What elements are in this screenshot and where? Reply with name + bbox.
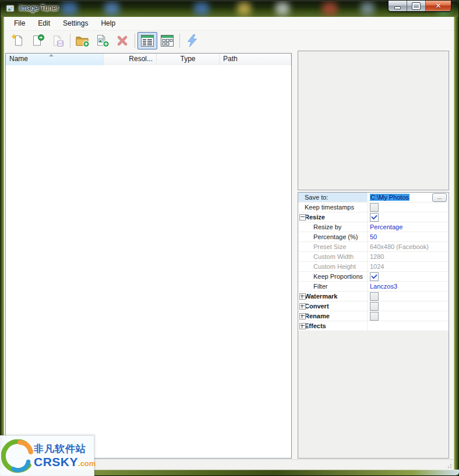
property-row-watermark[interactable]: Watermark: [298, 292, 449, 301]
open-task-icon: [31, 34, 45, 48]
property-label: Custom Height: [313, 263, 356, 270]
open-task-button[interactable]: [28, 32, 48, 49]
property-row-custom-width[interactable]: Custom Width 1280: [298, 252, 449, 262]
column-header-resolution[interactable]: Resol...: [104, 54, 157, 65]
maximize-button[interactable]: [407, 1, 426, 11]
keep-timestamps-checkbox[interactable]: [370, 203, 379, 212]
percentage-value[interactable]: 50: [370, 233, 377, 240]
expand-icon[interactable]: [299, 323, 306, 329]
property-row-percentage[interactable]: Percentage (%) 50: [298, 232, 449, 242]
client-area: File Edit Settings Help: [4, 16, 454, 470]
property-label: Filter: [313, 283, 327, 290]
rename-checkbox[interactable]: [370, 312, 379, 321]
menu-item-settings[interactable]: Settings: [57, 17, 94, 29]
property-label: Convert: [305, 303, 329, 310]
desktop-icon-blur: [237, 2, 251, 15]
minimize-icon: [394, 6, 401, 9]
property-row-filter[interactable]: Filter Lanczos3: [298, 282, 449, 292]
menu-item-help[interactable]: Help: [94, 17, 122, 29]
add-images-icon: [95, 34, 110, 48]
process-icon: [185, 34, 199, 48]
property-row-preset-size[interactable]: Preset Size 640x480 (Facebook): [298, 242, 449, 252]
property-row-resize-by[interactable]: Resize by Percentage: [298, 222, 449, 232]
close-button[interactable]: ✕: [426, 1, 451, 11]
filter-value[interactable]: Lanczos3: [370, 283, 397, 290]
expand-icon[interactable]: [299, 313, 306, 319]
property-row-convert[interactable]: Convert: [298, 301, 449, 311]
process-button[interactable]: [182, 32, 202, 49]
column-label: Resol...: [129, 55, 153, 63]
menu-item-edit[interactable]: Edit: [31, 17, 57, 29]
crsky-logo-icon: [1, 439, 35, 473]
desktop-icon-blur: [361, 2, 375, 15]
save-task-icon: [51, 34, 65, 48]
desktop-icon-blur: [276, 2, 289, 15]
new-task-icon: [11, 34, 25, 48]
column-label: Name: [9, 55, 28, 63]
toolbar-separator: [70, 34, 70, 48]
convert-checkbox[interactable]: [370, 302, 379, 311]
maximize-icon: [412, 3, 420, 9]
property-label: Custom Width: [313, 253, 354, 260]
expand-icon[interactable]: [299, 303, 306, 310]
properties-grid: Save to: C:\My Photos ... Keep timestamp…: [298, 192, 449, 459]
crsky-brand: CRSKY: [34, 455, 78, 468]
column-label: Path: [223, 55, 238, 63]
property-label: Preset Size: [313, 243, 346, 250]
menu-item-file[interactable]: File: [8, 17, 31, 29]
crsky-chinese-name: 非凡软件站: [34, 444, 96, 455]
property-row-custom-height[interactable]: Custom Height 1024: [298, 262, 449, 272]
property-row-resize[interactable]: Resize: [298, 212, 449, 222]
property-row-keep-proportions[interactable]: Keep Proportions: [298, 272, 449, 282]
menu-bar: File Edit Settings Help: [5, 16, 454, 31]
watermark-checkbox[interactable]: [370, 292, 379, 301]
window-frame-right: [454, 16, 459, 476]
details-view-button[interactable]: [137, 32, 157, 49]
remove-button[interactable]: [112, 32, 132, 49]
toolbar-separator: [179, 34, 180, 48]
add-folder-button[interactable]: [73, 32, 93, 49]
minimize-button[interactable]: [389, 1, 407, 11]
file-list-header: Name Resol... Type Path: [6, 54, 291, 66]
property-row-effects[interactable]: Effects: [298, 321, 449, 331]
column-header-name[interactable]: Name: [6, 54, 104, 66]
property-label: Effects: [305, 322, 326, 329]
keep-proportions-checkbox[interactable]: [370, 272, 379, 281]
expand-icon[interactable]: [299, 293, 306, 300]
property-label: Save to:: [305, 194, 328, 201]
column-header-path[interactable]: Path: [220, 54, 291, 65]
new-task-button[interactable]: [8, 32, 28, 49]
collapse-icon[interactable]: [299, 214, 306, 221]
title-bar: Image Tuner ✕: [0, 0, 459, 17]
window-frame-left: [0, 16, 4, 476]
details-view-icon: [140, 34, 154, 48]
desktop-icon-blur: [194, 2, 209, 15]
property-row-keep-timestamps[interactable]: Keep timestamps: [298, 203, 449, 212]
save-task-button[interactable]: [48, 32, 68, 49]
file-list-body[interactable]: [6, 65, 291, 458]
resize-checkbox[interactable]: [370, 213, 379, 222]
desktop-icon-blur: [322, 2, 337, 15]
save-to-value[interactable]: C:\My Photos: [370, 194, 409, 201]
column-header-type[interactable]: Type: [157, 54, 220, 65]
browse-button[interactable]: ...: [432, 193, 447, 202]
custom-height-value: 1024: [370, 263, 384, 270]
close-icon: ✕: [435, 2, 441, 9]
property-row-save-to[interactable]: Save to: C:\My Photos ...: [298, 193, 449, 203]
resize-by-value[interactable]: Percentage: [370, 223, 402, 230]
sort-ascending-icon: [49, 54, 54, 56]
add-images-button[interactable]: [93, 32, 112, 49]
app-icon: [6, 4, 15, 13]
property-label: Keep timestamps: [305, 204, 354, 211]
add-folder-icon: [75, 34, 90, 48]
preset-size-value: 640x480 (Facebook): [370, 243, 429, 250]
property-label: Watermark: [305, 293, 337, 300]
toolbar-separator: [135, 34, 135, 48]
property-label: Keep Proportions: [313, 273, 363, 280]
property-row-rename[interactable]: Rename: [298, 311, 449, 321]
main-content: Name Resol... Type Path Save to:: [5, 51, 454, 459]
thumbnails-view-button[interactable]: [157, 32, 177, 49]
crsky-watermark: 非凡软件站 CRSKY.com: [0, 435, 94, 476]
resize-grip[interactable]: [445, 461, 453, 469]
thumbnails-view-icon: [160, 34, 174, 48]
